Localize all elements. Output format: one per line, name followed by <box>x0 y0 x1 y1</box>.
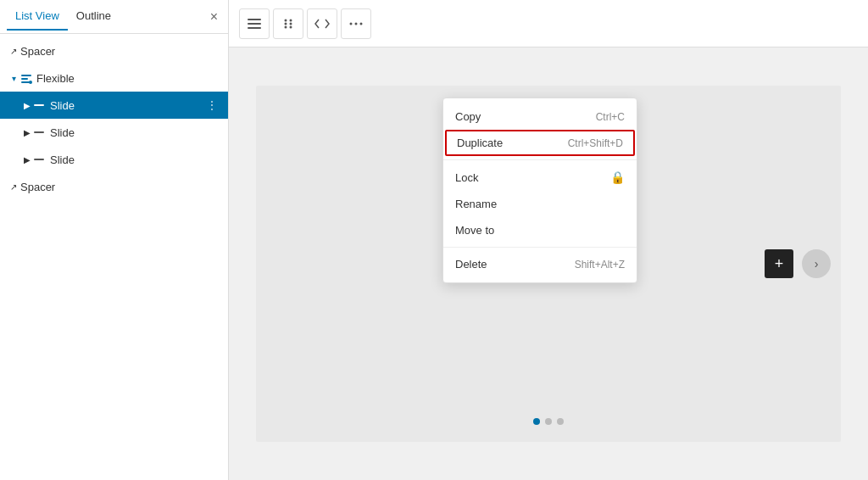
item-label: Slide <box>50 126 221 139</box>
toolbar <box>229 0 868 47</box>
list-view-button[interactable] <box>239 8 270 39</box>
item-menu-icon[interactable]: ⋮ <box>203 97 221 114</box>
list-item[interactable]: ▾ Flexible <box>0 64 228 92</box>
context-menu: Copy Ctrl+C Duplicate Ctrl+Shift+D Lock … <box>442 98 637 283</box>
svg-point-15 <box>290 25 292 28</box>
slide-dot[interactable] <box>557 418 564 425</box>
menu-item-move[interactable]: Move to <box>443 217 637 243</box>
list-item[interactable]: ▶ Slide <box>0 146 228 173</box>
menu-item-rename[interactable]: Rename <box>443 191 637 217</box>
sidebar-tree: ↗ Spacer ▾ Flexible ▶ <box>0 34 228 480</box>
sidebar-tabs: List View Outline × <box>0 0 228 34</box>
svg-rect-0 <box>21 75 31 76</box>
svg-rect-1 <box>21 78 28 80</box>
svg-point-10 <box>285 19 287 21</box>
menu-item-label: Delete <box>455 258 487 271</box>
svg-rect-7 <box>248 19 261 20</box>
menu-divider <box>443 159 637 160</box>
slide-icon <box>34 156 46 163</box>
item-label: Flexible <box>36 72 221 85</box>
sidebar: List View Outline × ↗ Spacer ▾ Flexible <box>0 0 229 480</box>
list-item[interactable]: ↗ Spacer <box>0 173 228 200</box>
svg-point-3 <box>29 81 32 84</box>
menu-item-copy[interactable]: Copy Ctrl+C <box>443 103 637 130</box>
flexible-icon <box>20 72 32 84</box>
menu-item-label: Rename <box>455 198 497 210</box>
list-item[interactable]: ↗ Spacer <box>0 37 228 64</box>
slide-icon <box>34 102 46 109</box>
add-block-button[interactable]: + <box>765 249 793 278</box>
svg-rect-2 <box>21 81 30 83</box>
lock-icon: 🔒 <box>610 170 625 184</box>
svg-point-11 <box>290 19 292 21</box>
expand-arrow: ↗ <box>7 47 20 56</box>
menu-divider <box>443 247 637 248</box>
more-options-button[interactable] <box>341 8 371 39</box>
expand-arrow: ▶ <box>20 155 34 165</box>
slide-dots <box>533 418 564 425</box>
menu-item-lock[interactable]: Lock 🔒 <box>443 164 637 191</box>
slide-dot[interactable] <box>545 418 552 425</box>
svg-point-17 <box>355 22 358 25</box>
list-item[interactable]: ▶ Slide <box>0 119 228 146</box>
svg-point-18 <box>360 22 363 25</box>
code-button[interactable] <box>307 8 337 39</box>
close-icon[interactable]: × <box>207 6 221 28</box>
item-label: Spacer <box>20 45 221 58</box>
menu-item-label: Duplicate <box>457 137 503 149</box>
svg-rect-9 <box>248 27 261 29</box>
drag-handle-button[interactable] <box>273 8 303 39</box>
menu-item-delete[interactable]: Delete Shift+Alt+Z <box>443 251 637 277</box>
menu-item-label: Lock <box>455 171 478 184</box>
slide-dot[interactable] <box>533 418 540 425</box>
slide-icon <box>34 129 46 136</box>
main-area: Type / to choose a block + › Copy Ctrl+C… <box>229 0 868 480</box>
tab-list-view[interactable]: List View <box>7 3 68 31</box>
svg-point-12 <box>285 22 287 25</box>
svg-rect-6 <box>34 159 44 160</box>
expand-arrow: ↗ <box>7 182 20 192</box>
menu-item-label: Copy <box>455 110 481 123</box>
menu-item-duplicate[interactable]: Duplicate Ctrl+Shift+D <box>445 130 635 156</box>
item-label: Slide <box>50 153 221 166</box>
svg-point-14 <box>285 25 287 28</box>
item-label: Slide <box>50 99 203 112</box>
svg-rect-4 <box>34 104 44 106</box>
menu-item-shortcut: Ctrl+Shift+D <box>568 137 623 149</box>
menu-item-shortcut: Shift+Alt+Z <box>575 259 625 271</box>
list-item[interactable]: ▶ Slide ⋮ <box>0 92 228 119</box>
svg-point-16 <box>350 22 353 25</box>
svg-rect-8 <box>248 23 261 25</box>
svg-point-13 <box>290 22 292 25</box>
expand-arrow: ▾ <box>7 74 20 83</box>
svg-rect-5 <box>34 131 44 133</box>
tab-outline[interactable]: Outline <box>68 3 120 31</box>
item-label: Spacer <box>20 181 221 193</box>
next-slide-button[interactable]: › <box>802 249 831 278</box>
menu-item-label: Move to <box>455 224 494 237</box>
expand-arrow: ▶ <box>20 128 34 137</box>
expand-arrow: ▶ <box>20 101 34 110</box>
menu-item-shortcut: Ctrl+C <box>596 111 625 123</box>
